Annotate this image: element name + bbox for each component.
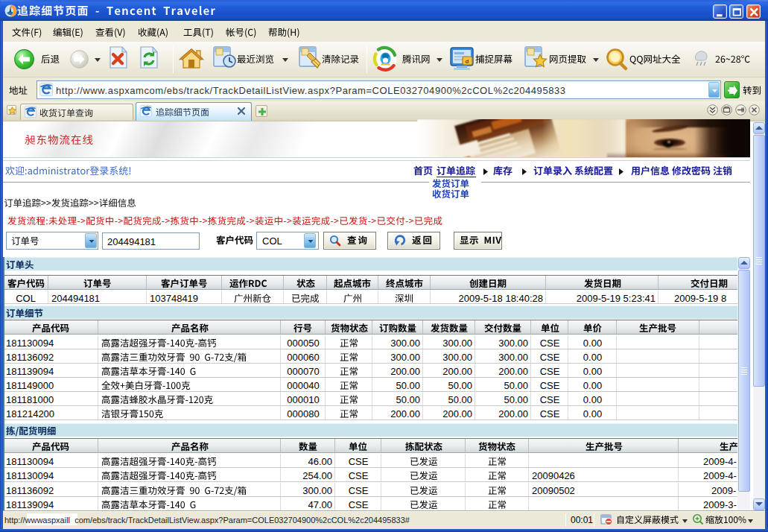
svg-text:d: d [466,58,469,65]
